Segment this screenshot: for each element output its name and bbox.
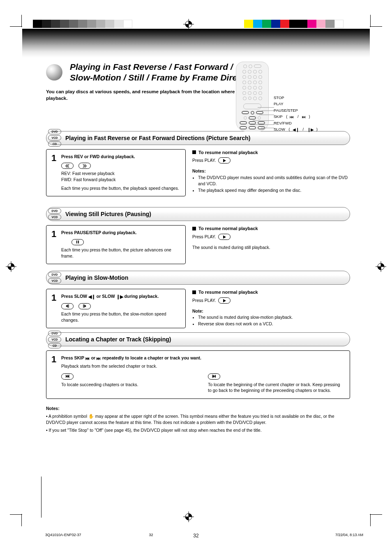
footer-notes: Notes: • A prohibition symbol ✋ may appe… bbox=[46, 405, 350, 433]
locate-fwd-text: To locate succeeding chapters or tracks. bbox=[61, 382, 198, 388]
page-content: STOP PLAY PAUSE/STEP SKIP (⏮ / ⏭) REV/FW… bbox=[46, 58, 350, 433]
note-line: • A prohibition symbol ✋ may appear at t… bbox=[46, 413, 350, 426]
resume-col-still: To resume normal playback Press PLAY. Th… bbox=[192, 225, 350, 251]
resume-head: To resume normal playback bbox=[198, 149, 258, 156]
legend-play: PLAY bbox=[274, 101, 284, 107]
prohibition-hand-icon: ✋ bbox=[88, 414, 94, 419]
legend-skip: SKIP bbox=[274, 114, 283, 120]
section-title-chapter: Locating a Chapter or Track (Skipping) bbox=[65, 336, 171, 343]
disc-badge-dvd: DVD bbox=[48, 272, 61, 277]
slow-rev-icon: ◀︎❙ bbox=[88, 294, 95, 300]
step-text: Press SLOW ◀︎❙ or SLOW ❙▶︎ during playba… bbox=[61, 293, 180, 300]
step-text2: Each time you press the button, the slow… bbox=[61, 311, 180, 323]
disc-badge-vcd: VCD bbox=[48, 135, 61, 140]
slow-rev-icon: ◀︎❙ bbox=[293, 127, 299, 133]
step-box-chapter: 1 Press SKIP ⏮ or ⏭ repeatedly to locate… bbox=[46, 350, 350, 399]
resume-text: Press PLAY. bbox=[192, 157, 216, 164]
note-item: The sound is muted during slow-motion pl… bbox=[198, 314, 350, 321]
note-item: The DVD/VCD player mutes sound and omits… bbox=[198, 175, 350, 188]
registration-mark-icon bbox=[183, 511, 194, 522]
still-note: The sound is muted during still playback… bbox=[192, 244, 350, 251]
slow-rev-button-icon bbox=[61, 303, 74, 309]
disc-badge-vcd: VCD bbox=[48, 214, 61, 220]
crop-mark-icon bbox=[10, 502, 35, 526]
section-bar-still: DVD VCD Viewing Still Pictures (Pausing) bbox=[46, 207, 350, 221]
slow-fwd-button-icon bbox=[78, 303, 91, 309]
registration-mark-icon bbox=[6, 261, 16, 272]
play-button-icon bbox=[218, 157, 231, 164]
svg-rect-16 bbox=[69, 375, 69, 378]
note-item: The playback speed may differ depending … bbox=[198, 187, 350, 194]
legend-revfwd: REV/FWD bbox=[274, 120, 292, 126]
disc-badge-dvd: DVD bbox=[48, 129, 61, 134]
slow-fwd-icon: ❙▶︎ bbox=[116, 294, 123, 300]
disc-badge-dvd: DVD bbox=[48, 331, 61, 336]
section-bar-slow: DVD VCD Playing in Slow-Motion bbox=[46, 271, 350, 285]
resume-head: To resume normal playback bbox=[198, 289, 258, 296]
step-box-slow: 1 Press SLOW ◀︎❙ or SLOW ❙▶︎ during play… bbox=[46, 289, 186, 328]
notes-head: Notes: bbox=[192, 168, 350, 175]
play-button-icon bbox=[218, 234, 231, 240]
calibration-grayscale bbox=[33, 20, 132, 28]
disc-badge-cd: CD bbox=[48, 343, 61, 348]
notes-head: Note: bbox=[192, 308, 350, 315]
step-number: 1 bbox=[51, 293, 58, 302]
skip-next-icon: ⏭ bbox=[302, 114, 306, 120]
step-text2: Each time you press the button, the pict… bbox=[61, 247, 180, 259]
svg-rect-13 bbox=[78, 241, 79, 244]
disc-badge-vcd: VCD bbox=[48, 278, 61, 283]
page-title-row: Playing in Fast Reverse / Fast Forward /… bbox=[46, 62, 350, 83]
disc-badge-cd: CD bbox=[48, 141, 61, 147]
skip-next-button-icon bbox=[61, 373, 74, 380]
step-text: Press PAUSE/STEP during playback. bbox=[61, 230, 180, 236]
stop-icon bbox=[192, 290, 196, 294]
fwd-button-icon bbox=[78, 163, 91, 169]
crop-mark-icon bbox=[357, 502, 382, 526]
svg-rect-12 bbox=[76, 241, 77, 244]
note-item: Reverse slow does not work on a VCD. bbox=[198, 321, 350, 327]
footer-date: 7/22/04, 8:13 AM bbox=[335, 533, 363, 537]
resume-text: Press PLAY. bbox=[192, 297, 216, 304]
disc-badge-vcd: VCD bbox=[48, 337, 61, 342]
pause-button-icon bbox=[71, 239, 84, 245]
disc-badge-dvd: DVD bbox=[48, 208, 61, 214]
section-title-still: Viewing Still Pictures (Pausing) bbox=[65, 211, 151, 217]
step-text: Press REV or FWD during playback. bbox=[61, 154, 179, 160]
step-number: 1 bbox=[51, 230, 58, 239]
slow-fwd-icon: ❙▶︎ bbox=[307, 127, 314, 133]
note-line: • If you set "Title Stop" to "Off" (see … bbox=[46, 427, 350, 433]
intro-line1: You can play discs at various speeds, an… bbox=[46, 89, 350, 94]
remote-illustration bbox=[236, 62, 269, 131]
section-title-fast: Playing in Fast Reverse or Fast Forward … bbox=[65, 135, 250, 141]
step-text: Press SKIP ⏮ or ⏭ repeatedly to locate a… bbox=[61, 355, 345, 362]
resume-col-fast: To resume normal playback Press PLAY. No… bbox=[192, 149, 350, 194]
skip-prev-icon: ⏮ bbox=[290, 114, 294, 120]
play-button-icon bbox=[218, 297, 231, 304]
step-number: 1 bbox=[51, 154, 58, 163]
rev-button-icon bbox=[61, 163, 74, 169]
step-text2: Playback starts from the selected chapte… bbox=[61, 363, 345, 369]
remote-legend: STOP PLAY PAUSE/STEP SKIP (⏮ / ⏭) REV/FW… bbox=[274, 94, 380, 133]
legend-stop: STOP bbox=[274, 95, 284, 101]
registration-mark-icon bbox=[376, 261, 386, 272]
step-box-fast: 1 Press REV or FWD during playback. REV:… bbox=[46, 149, 186, 197]
stop-icon bbox=[192, 150, 196, 154]
footer-filepath: 3Q41010A-ENP32-37 32 bbox=[45, 533, 153, 537]
step-caption: REV: Fast reverse playback FWD: Fast for… bbox=[61, 170, 179, 182]
skip-next-icon: ⏭ bbox=[97, 355, 101, 362]
skip-prev-icon: ⏮ bbox=[85, 355, 90, 362]
legend-pause: PAUSE/STEP bbox=[274, 108, 298, 113]
notes-head: Notes: bbox=[46, 405, 350, 412]
stop-icon bbox=[192, 227, 196, 230]
page-title: Playing in Fast Reverse / Fast Forward /… bbox=[70, 62, 263, 83]
sphere-bullet-icon bbox=[46, 64, 62, 81]
resume-head: To resume normal playback bbox=[198, 225, 258, 232]
legend-slow: SLOW bbox=[274, 127, 285, 132]
resume-text: Press PLAY. bbox=[192, 234, 216, 240]
resume-col-slow: To resume normal playback Press PLAY. No… bbox=[192, 289, 350, 327]
step-box-still: 1 Press PAUSE/STEP during playback. Each… bbox=[46, 225, 186, 264]
header-gradient-band bbox=[22, 29, 370, 58]
crop-mark-icon bbox=[41, 477, 42, 518]
skip-prev-button-icon bbox=[208, 373, 220, 380]
svg-rect-14 bbox=[68, 304, 69, 308]
